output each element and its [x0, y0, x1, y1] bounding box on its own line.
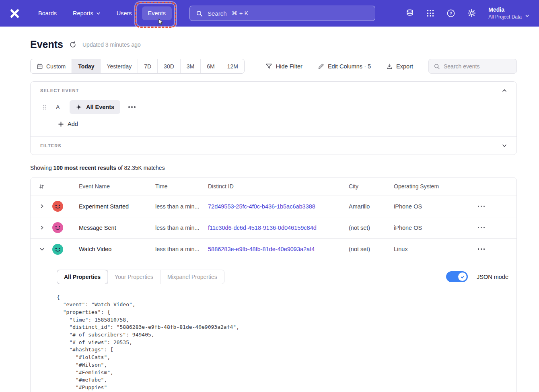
distinct-id-link[interactable]: 5886283e-e9fb-48fb-81de-40e9093a2af4 [208, 246, 315, 252]
add-event-button[interactable]: Add [58, 121, 78, 127]
tab-all-properties[interactable]: All Properties [57, 270, 107, 284]
avatar [52, 201, 63, 212]
range-30d[interactable]: 30D [157, 59, 180, 73]
range-custom[interactable]: Custom [31, 59, 72, 73]
chevron-down-icon[interactable] [502, 143, 507, 148]
range-6m[interactable]: 6M [200, 59, 220, 73]
events-table: Event Name Time Distinct ID City Operati… [30, 177, 517, 392]
range-label: 30D [164, 63, 174, 70]
cell-city: (not set) [349, 225, 394, 231]
range-7d[interactable]: 7D [138, 59, 157, 73]
tab-mixpanel-properties[interactable]: Mixpanel Properties [160, 270, 224, 284]
select-event-section-header[interactable]: SELECT EVENT [31, 82, 516, 99]
sparkle-icon [76, 104, 82, 110]
range-label: 7D [144, 63, 151, 70]
toolbar-actions: Hide Filter Edit Columns · 5 Export [265, 59, 517, 74]
json-mode-toggle[interactable] [446, 271, 468, 282]
search-icon [196, 10, 203, 17]
hide-filter-label: Hide Filter [276, 63, 302, 70]
chevron-down-icon [525, 14, 529, 18]
event-chip-all-events[interactable]: All Events [70, 100, 120, 114]
cell-city: Amarillo [349, 203, 394, 210]
top-navbar: Boards Reports Users Events Search ⌘ + K… [0, 0, 539, 27]
col-header-distinct-id: Distinct ID [208, 183, 349, 190]
search-events-input[interactable] [444, 63, 512, 70]
cell-event-name: Experiment Started [72, 203, 155, 210]
hide-filter-button[interactable]: Hide Filter [265, 63, 302, 70]
toolbar: Custom Today Yesterday 7D 30D 3M 6M 12M … [30, 59, 517, 74]
cell-os: Linux [394, 246, 454, 252]
range-yesterday[interactable]: Yesterday [100, 59, 138, 73]
table-row[interactable]: Message Sent less than a min... f11c30d6… [31, 217, 516, 239]
col-header-event-name: Event Name [72, 183, 155, 190]
range-label: 6M [207, 63, 214, 70]
cell-time: less than a min... [155, 203, 208, 210]
toggle-knob [458, 272, 467, 281]
table-row-expanded[interactable]: Watch Video less than a min... 5886283e-… [31, 239, 516, 260]
range-label: Today [78, 63, 94, 70]
col-header-time: Time [155, 183, 208, 190]
col-header-city: City [349, 183, 394, 190]
event-detail-panel: All Properties Your Properties Mixpanel … [31, 260, 516, 392]
export-button[interactable]: Export [386, 63, 413, 70]
chevron-right-icon[interactable] [39, 224, 45, 231]
range-3m[interactable]: 3M [180, 59, 200, 73]
page-title: Events [30, 39, 63, 50]
global-search[interactable]: Search ⌘ + K [189, 6, 375, 21]
json-mode-label: JSON mode [477, 274, 508, 280]
distinct-id-link[interactable]: 72d49553-25fc-4f0c-b436-1b5ac6ab3388 [208, 203, 315, 210]
range-today[interactable]: Today [72, 59, 100, 73]
results-summary: Showing 100 most recent results of 82.35… [30, 165, 517, 171]
global-search-placeholder: Search [208, 10, 227, 17]
date-range-picker: Custom Today Yesterday 7D 30D 3M 6M 12M [30, 59, 245, 74]
chevron-down-icon[interactable] [39, 246, 45, 253]
nav-label-reports: Reports [73, 10, 93, 17]
chevron-down-icon [96, 11, 101, 16]
data-management-icon[interactable] [405, 9, 414, 18]
nav-item-boards[interactable]: Boards [32, 6, 63, 20]
cell-time: less than a min... [155, 225, 208, 231]
chevron-right-icon[interactable] [39, 203, 45, 210]
row-options-button[interactable] [475, 246, 488, 253]
tab-your-properties[interactable]: Your Properties [107, 270, 160, 284]
table-header-row: Event Name Time Distinct ID City Operati… [31, 177, 516, 196]
download-icon [386, 63, 393, 70]
event-options-button[interactable] [125, 103, 138, 111]
search-icon [434, 63, 440, 70]
chevron-up-icon[interactable] [502, 88, 507, 93]
refresh-icon[interactable] [69, 41, 76, 48]
event-selection-row: A All Events [31, 99, 516, 114]
cell-os: iPhone OS [394, 225, 454, 231]
summary-suffix: of 82.35K matches [116, 165, 165, 171]
settings-gear-icon[interactable] [467, 9, 476, 18]
sort-icon[interactable] [39, 184, 45, 190]
table-row[interactable]: Experiment Started less than a min... 72… [31, 196, 516, 217]
nav-item-users[interactable]: Users [111, 6, 138, 20]
properties-tabs: All Properties Your Properties Mixpanel … [57, 270, 224, 284]
navbar-right: ? Media All Project Data [405, 6, 529, 21]
filters-section-header[interactable]: FILTERS [31, 137, 516, 155]
nav-item-reports[interactable]: Reports [67, 6, 107, 20]
row-options-button[interactable] [475, 224, 488, 231]
edit-columns-label: Edit Columns · 5 [328, 63, 371, 70]
global-search-shortcut: ⌘ + K [231, 10, 248, 17]
project-subtitle: All Project Data [488, 14, 522, 21]
edit-columns-button[interactable]: Edit Columns · 5 [318, 63, 371, 70]
filters-label: FILTERS [40, 143, 62, 148]
main-nav: Boards Reports Users Events [32, 6, 172, 20]
project-switcher[interactable]: Media All Project Data [488, 6, 529, 21]
row-options-button[interactable] [475, 203, 488, 210]
range-12m[interactable]: 12M [221, 59, 244, 73]
help-icon[interactable]: ? [446, 9, 455, 18]
nav-label-events: Events [148, 10, 166, 17]
nav-label-boards: Boards [38, 10, 57, 17]
nav-item-events[interactable]: Events [142, 6, 172, 20]
svg-text:?: ? [450, 11, 453, 16]
distinct-id-link[interactable]: f11c30d6-dc6d-4518-9136-0d046159c84d [208, 225, 317, 231]
cell-event-name: Watch Video [72, 246, 155, 252]
avatar [52, 244, 63, 255]
project-name: Media [488, 6, 522, 14]
apps-grid-icon[interactable] [426, 9, 435, 18]
mixpanel-logo[interactable] [10, 8, 20, 19]
drag-handle-icon[interactable] [43, 104, 46, 110]
